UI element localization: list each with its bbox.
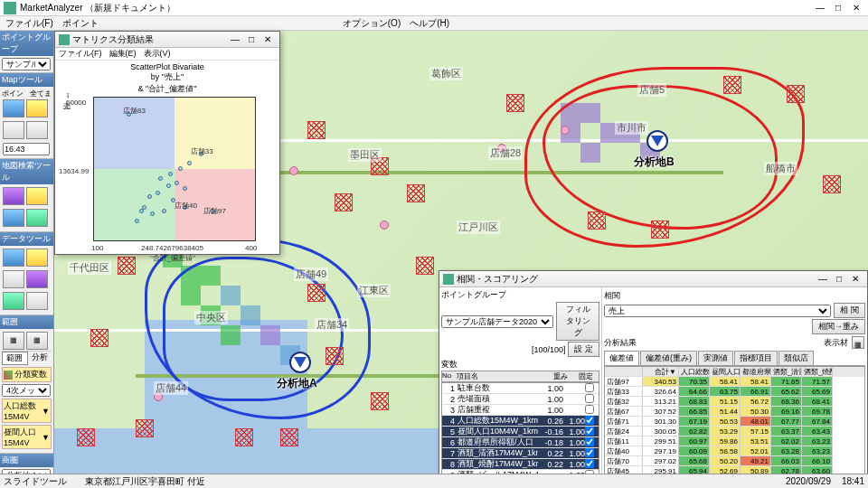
maximize-icon[interactable]: □	[830, 2, 846, 14]
status-bar: スライドツール 東京都江戸川区宇喜田町 付近 2020/09/2918:41	[0, 474, 868, 488]
corr-icon	[443, 274, 454, 285]
scatter-plot[interactable]: 店舗83 店舗33 店舗97 店舗40	[93, 97, 256, 241]
tool-btn[interactable]	[26, 121, 48, 139]
scatter-window: マトリクス分類結果 —□✕ ファイル(F)編集(E)表示(V) ScatterP…	[54, 31, 280, 255]
variable-table[interactable]: 1駐車台数1.002売場面積1.003店舗重複1.004人口総数15M4W_1k…	[441, 382, 599, 488]
pointgroup-select[interactable]: サンプル店舗データ	[2, 58, 51, 70]
app-icon	[4, 2, 16, 14]
minimize-icon[interactable]: —	[227, 33, 243, 46]
tool-btn[interactable]	[3, 121, 24, 139]
maximize-icon[interactable]: □	[831, 273, 847, 286]
scatter-var-label: 分類変数	[2, 367, 52, 382]
marker-b-label: 分析地B	[634, 155, 675, 170]
correlation-window: 相関・スコアリング —□✕ ポイントグループ サンプル店舗データ2020フィルタ…	[439, 270, 868, 488]
menu-file[interactable]: ファイル(F)	[5, 17, 53, 30]
tool-btn[interactable]	[26, 99, 48, 117]
scatter-icon	[59, 34, 70, 45]
main-menubar: ファイル(F) ポイント オプション(O) ヘルプ(H)	[0, 16, 868, 31]
tool-btn[interactable]	[3, 99, 24, 117]
close-icon[interactable]: ✕	[847, 273, 863, 286]
marker-b[interactable]	[646, 130, 668, 152]
maximize-icon[interactable]: □	[243, 33, 259, 46]
marker-a[interactable]	[289, 352, 311, 373]
minimize-icon[interactable]: —	[815, 273, 831, 286]
main-titlebar: MarketAnalyzer （新規ドキュメント） — □ ✕	[0, 0, 868, 16]
app-title: MarketAnalyzer （新規ドキュメント）	[20, 2, 175, 14]
result-tabs: 偏差値偏差値(重み)実測値指標項目類似店	[604, 351, 865, 366]
menu-point[interactable]: ポイント	[62, 17, 99, 30]
menu-option[interactable]: オプション(O)	[343, 17, 401, 30]
left-toolbar: ポイントグループ サンプル店舗データ Mapツール ポイン全てま 地図検索ツール…	[0, 31, 54, 474]
zoom-value[interactable]	[3, 143, 50, 155]
minimize-icon[interactable]: —	[812, 2, 828, 14]
close-icon[interactable]: ✕	[259, 33, 276, 46]
close-icon[interactable]: ✕	[848, 2, 864, 14]
result-table[interactable]: 合計▼人口総数15昼間人口10都道府県内酒類_清酒1酒類_焼酎1店舗97340.…	[604, 366, 865, 484]
marker-a-label: 分析地A	[277, 376, 317, 391]
menu-help[interactable]: ヘルプ(H)	[410, 17, 449, 30]
